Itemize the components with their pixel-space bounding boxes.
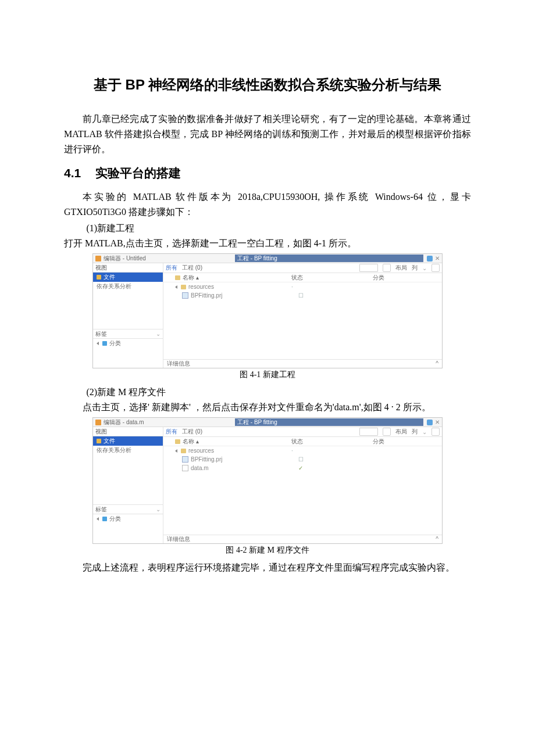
- section-heading: 4.1实验平台的搭建: [64, 165, 471, 181]
- chevron-down-icon[interactable]: ⌄: [422, 429, 427, 435]
- sidebar-header-labels: 标签 ⌄: [93, 329, 163, 339]
- folder-icon: [175, 439, 180, 444]
- figure-4-1-caption: 图 4-1 新建工程: [64, 370, 471, 380]
- column-headers: 名称 ▴ 状态 分类: [163, 273, 442, 282]
- expand-icon: [175, 449, 177, 453]
- project-title-bar: 工程 - BP fitting: [235, 418, 423, 426]
- sidebar-item-label: 文件: [104, 273, 115, 282]
- category-icon: [102, 341, 107, 346]
- close-icon[interactable]: ✕: [435, 419, 440, 425]
- status-bar: 详细信息 ^: [163, 535, 442, 543]
- window-title: 编辑器 - data.m: [104, 418, 144, 427]
- project-toolbar: 所有 工程 (0) 布局 列 ⌄: [163, 427, 442, 437]
- help-icon[interactable]: [427, 256, 433, 261]
- folder-icon: [181, 285, 186, 289]
- collapse-icon[interactable]: ^: [436, 535, 438, 543]
- expand-icon: [97, 342, 99, 345]
- step1-label: (1)新建工程: [64, 221, 471, 236]
- sidebar-item-dependency[interactable]: 依存关系分析: [93, 282, 163, 291]
- expand-icon: [97, 517, 99, 521]
- column-name[interactable]: 名称 ▴: [163, 274, 291, 282]
- sidebar-item-label: 文件: [104, 436, 115, 446]
- toolbar-project[interactable]: 工程 (0): [182, 428, 202, 436]
- sidebar-item-label: 分类: [109, 339, 121, 348]
- step2-label: (2)新建 M 程序文件: [64, 385, 471, 400]
- window-titlebar: 编辑器 - Untitled 工程 - BP fitting ✕: [93, 254, 442, 263]
- chevron-down-icon[interactable]: ⌄: [422, 265, 427, 271]
- search-input[interactable]: [359, 428, 378, 436]
- sidebar-item-label: 分类: [109, 514, 121, 524]
- column-status[interactable]: 状态: [291, 438, 373, 446]
- gear-icon[interactable]: [431, 428, 440, 436]
- content-panel: 所有 工程 (0) 布局 列 ⌄ 名称 ▴ 状态 分类: [163, 427, 442, 543]
- intro-paragraph: 前几章已经完成了实验的数据准备并做好了相关理论研究，有了一定的理论基础。本章将通…: [64, 112, 471, 157]
- table-row[interactable]: resources ·: [163, 446, 442, 455]
- toolbar-columns[interactable]: 列: [412, 264, 418, 272]
- figure-4-2-caption: 图 4-2 新建 M 程序文件: [64, 545, 471, 556]
- section-title: 实验平台的搭建: [95, 166, 181, 180]
- status-bar: 详细信息 ^: [163, 359, 442, 368]
- window-title: 编辑器 - Untitled: [104, 255, 146, 263]
- help-icon[interactable]: [427, 420, 433, 425]
- search-input[interactable]: [359, 264, 378, 272]
- platform-paragraph: 本实验的 MATLAB 软件版本为 2018a,CPU15930OH, 操作系统…: [64, 189, 471, 220]
- page-title: 基于 BP 神经网络的非线性函数拟合系统实验分析与结果: [64, 76, 471, 94]
- column-name[interactable]: 名称 ▴: [163, 438, 291, 446]
- folder-icon: [97, 275, 101, 280]
- close-icon[interactable]: ✕: [435, 255, 440, 261]
- toolbar-project[interactable]: 工程 (0): [182, 264, 202, 272]
- project-title-bar: 工程 - BP fitting: [235, 255, 423, 262]
- m-file-icon: [182, 465, 188, 471]
- sidebar-item-label: 依存关系分析: [97, 446, 131, 455]
- project-file-icon: [182, 292, 188, 299]
- filter-icon[interactable]: [383, 264, 391, 272]
- toolbar-all[interactable]: 所有: [166, 264, 177, 272]
- content-panel: 所有 工程 (0) 布局 列 ⌄ 名称 ▴ 状态 分类: [163, 263, 442, 368]
- folder-icon: [97, 439, 101, 443]
- chevron-down-icon[interactable]: ⌄: [156, 505, 160, 514]
- collapse-icon[interactable]: ^: [436, 360, 438, 368]
- window-titlebar: 编辑器 - data.m 工程 - BP fitting ✕: [93, 418, 442, 427]
- column-category[interactable]: 分类: [373, 274, 442, 282]
- sidebar-item-label: 依存关系分析: [97, 282, 131, 291]
- gear-icon[interactable]: [431, 264, 440, 272]
- category-icon: [102, 517, 107, 521]
- column-category[interactable]: 分类: [373, 438, 442, 446]
- toolbar-columns[interactable]: 列: [412, 428, 418, 436]
- sidebar-header-view: 视图: [93, 427, 163, 436]
- sidebar-item-files[interactable]: 文件: [93, 436, 163, 446]
- app-icon: [95, 256, 101, 261]
- folder-icon: [181, 449, 186, 453]
- chevron-down-icon[interactable]: ⌄: [156, 329, 160, 338]
- table-row[interactable]: data.m ✓: [163, 464, 442, 472]
- project-file-icon: [182, 456, 188, 463]
- sidebar-item-files[interactable]: 文件: [93, 273, 163, 282]
- sidebar-item-dependency[interactable]: 依存关系分析: [93, 446, 163, 455]
- toolbar-all[interactable]: 所有: [166, 428, 177, 436]
- figure-4-2: 编辑器 - data.m 工程 - BP fitting ✕ 视图 文件 依存关…: [92, 417, 443, 544]
- step2-desc: 点击主页，选择' 新建脚本' ，然后点击保存并对文件重命名为'data.m',如…: [64, 400, 471, 415]
- toolbar-layout[interactable]: 布局: [395, 428, 407, 436]
- figure-4-1: 编辑器 - Untitled 工程 - BP fitting ✕ 视图 文件 依…: [92, 253, 443, 368]
- sidebar-item-category[interactable]: 分类: [93, 514, 163, 524]
- sidebar-header-labels: 标签 ⌄: [93, 504, 163, 514]
- table-row[interactable]: resources ·: [163, 282, 442, 291]
- table-row[interactable]: BPFitting.prj ☐: [163, 455, 442, 464]
- toolbar-layout[interactable]: 布局: [395, 264, 407, 272]
- closing-paragraph: 完成上述流程，表明程序运行环境搭建完毕，通过在程序文件里面编写程序完成实验内容。: [64, 560, 471, 575]
- sidebar-header-view: 视图: [93, 263, 163, 273]
- section-number: 4.1: [64, 166, 81, 180]
- sidebar: 视图 文件 依存关系分析 标签 ⌄ 分类: [93, 263, 163, 368]
- filter-icon[interactable]: [383, 428, 391, 436]
- folder-icon: [175, 275, 180, 280]
- app-icon: [95, 420, 101, 425]
- sidebar-item-category[interactable]: 分类: [93, 339, 163, 348]
- sidebar: 视图 文件 依存关系分析 标签 ⌄ 分类: [93, 427, 163, 543]
- project-toolbar: 所有 工程 (0) 布局 列 ⌄: [163, 263, 442, 273]
- step1-desc: 打开 MATLAB,点击主页，选择新建一工程一空白工程，如图 4-1 所示。: [64, 236, 471, 251]
- column-headers: 名称 ▴ 状态 分类: [163, 437, 442, 446]
- column-status[interactable]: 状态: [291, 274, 373, 282]
- expand-icon: [175, 285, 177, 289]
- table-row[interactable]: BPFitting.prj ☐: [163, 291, 442, 300]
